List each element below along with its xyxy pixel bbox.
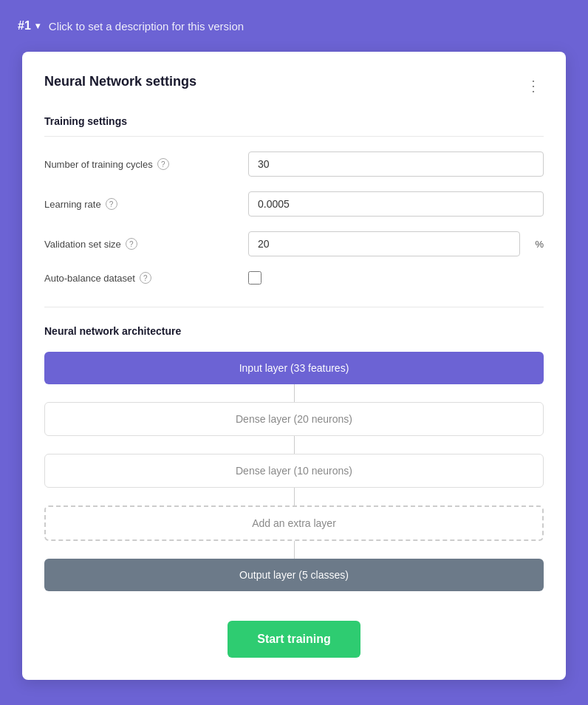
auto-balance-row: Auto-balance dataset ? (44, 271, 544, 285)
architecture-title: Neural network architecture (44, 325, 544, 337)
learning-rate-label: Learning rate ? (44, 198, 236, 210)
auto-balance-help-icon[interactable]: ? (140, 272, 151, 284)
card-title: Neural Network settings (44, 74, 196, 89)
version-number: #1 (18, 19, 31, 33)
training-settings-section: Training settings Number of training cyc… (44, 115, 544, 285)
start-training-wrapper: Start training (44, 613, 544, 658)
dense-layer-1-btn[interactable]: Dense layer (20 neurons) (44, 402, 544, 436)
layer-connector-1 (44, 384, 544, 402)
dense-layer-2-btn[interactable]: Dense layer (10 neurons) (44, 454, 544, 488)
training-cycles-label: Number of training cycles ? (44, 158, 236, 170)
layer-connector-4 (44, 541, 544, 559)
auto-balance-checkbox[interactable] (248, 271, 261, 285)
more-options-icon[interactable]: ⋮ (523, 74, 544, 98)
auto-balance-checkbox-wrapper (248, 271, 261, 285)
version-badge[interactable]: #1 ▾ (18, 19, 40, 33)
chevron-down-icon: ▾ (35, 21, 40, 31)
version-description[interactable]: Click to set a description for this vers… (49, 20, 244, 33)
start-training-button[interactable]: Start training (228, 621, 360, 658)
validation-size-help-icon[interactable]: ? (126, 238, 137, 250)
main-card: Neural Network settings ⋮ Training setti… (22, 52, 566, 680)
validation-size-row: Validation set size ? % (44, 231, 544, 256)
learning-rate-row: Learning rate ? (44, 191, 544, 217)
card-header: Neural Network settings ⋮ (44, 74, 544, 98)
output-layer-btn[interactable]: Output layer (5 classes) (44, 559, 544, 591)
layer-container: Input layer (33 features) Dense layer (2… (44, 352, 544, 591)
validation-size-input[interactable] (248, 231, 520, 256)
learning-rate-help-icon[interactable]: ? (106, 198, 117, 210)
layer-connector-2 (44, 436, 544, 454)
training-cycles-row: Number of training cycles ? (44, 151, 544, 177)
training-settings-title: Training settings (44, 115, 544, 137)
architecture-section: Neural network architecture Input layer … (44, 325, 544, 591)
validation-suffix: % (535, 239, 544, 250)
learning-rate-input[interactable] (248, 191, 544, 217)
top-header: #1 ▾ Click to set a description for this… (0, 0, 588, 52)
section-divider (44, 307, 544, 307)
training-cycles-input[interactable] (248, 151, 544, 177)
auto-balance-label: Auto-balance dataset ? (44, 272, 236, 284)
add-layer-btn[interactable]: Add an extra layer (44, 505, 544, 541)
input-layer-btn[interactable]: Input layer (33 features) (44, 352, 544, 384)
layer-connector-3 (44, 488, 544, 505)
validation-size-label: Validation set size ? (44, 238, 236, 250)
training-cycles-help-icon[interactable]: ? (157, 158, 169, 170)
